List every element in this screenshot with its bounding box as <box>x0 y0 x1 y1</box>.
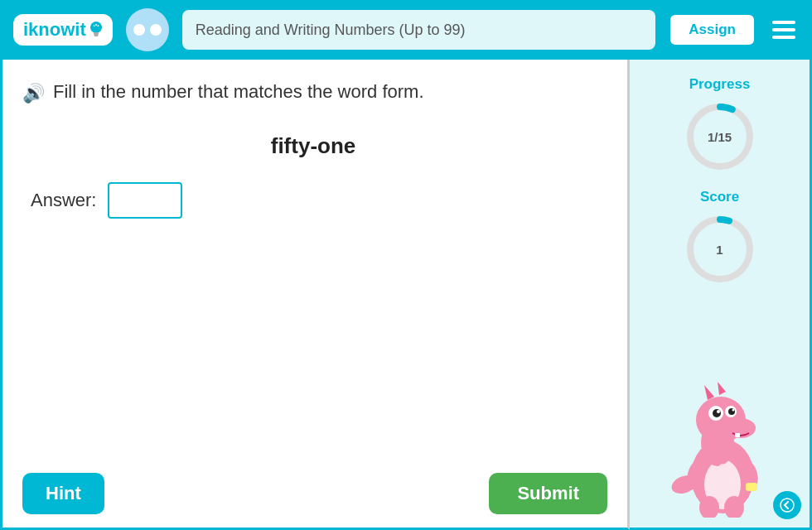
svg-point-15 <box>717 410 720 413</box>
svg-point-25 <box>718 464 727 472</box>
bottom-bar: Hint Submit <box>2 460 627 528</box>
lesson-title: Reading and Writing Numbers (Up to 99) <box>182 10 656 50</box>
sidebar: Progress 1/15 Score 1 <box>630 60 812 530</box>
assign-button[interactable]: Assign <box>669 13 756 46</box>
score-label: Score <box>700 189 739 205</box>
question-panel: 🔊 Fill in the number that matches the wo… <box>0 60 630 530</box>
answer-label: Answer: <box>31 190 96 211</box>
svg-point-27 <box>710 479 717 486</box>
dots-decoration <box>133 24 162 36</box>
menu-line-2 <box>772 28 795 31</box>
lesson-icon <box>126 8 169 51</box>
sound-icon[interactable]: 🔊 <box>22 81 45 107</box>
svg-point-14 <box>713 409 721 417</box>
word-form: fifty-one <box>22 133 604 159</box>
question-area: 🔊 Fill in the number that matches the wo… <box>2 60 627 460</box>
dot-1 <box>133 24 145 36</box>
menu-line-1 <box>772 21 795 24</box>
svg-rect-2 <box>94 35 98 36</box>
svg-rect-1 <box>94 32 99 35</box>
back-icon <box>780 498 795 513</box>
svg-point-26 <box>727 477 734 484</box>
progress-label: Progress <box>689 76 751 93</box>
svg-point-18 <box>732 409 734 412</box>
logo-text: iknowit <box>23 19 86 41</box>
back-button[interactable] <box>773 491 801 519</box>
score-circle: 1 <box>683 212 757 287</box>
hint-button[interactable]: Hint <box>22 473 104 514</box>
header: iknowit Reading and Writing Numbers (Up … <box>0 0 812 60</box>
svg-rect-28 <box>746 483 757 491</box>
dot-2 <box>150 24 162 36</box>
menu-button[interactable] <box>769 17 799 42</box>
score-value: 1 <box>716 243 723 257</box>
svg-marker-20 <box>718 382 726 395</box>
svg-point-0 <box>90 22 102 33</box>
main-content: 🔊 Fill in the number that matches the wo… <box>0 60 812 530</box>
instruction-text: Fill in the number that matches the word… <box>53 80 424 105</box>
question-text: 🔊 Fill in the number that matches the wo… <box>22 80 604 107</box>
bulb-icon <box>89 21 103 39</box>
submit-button[interactable]: Submit <box>489 473 607 514</box>
svg-marker-19 <box>704 385 714 400</box>
svg-line-4 <box>94 26 94 26</box>
logo: iknowit <box>13 14 113 46</box>
svg-point-29 <box>781 499 794 512</box>
svg-line-5 <box>98 26 99 26</box>
answer-row: Answer: <box>22 182 604 219</box>
progress-circle: 1/15 <box>683 99 757 174</box>
progress-value: 1/15 <box>708 130 732 144</box>
mascot-area <box>640 301 800 518</box>
answer-input[interactable] <box>108 182 182 219</box>
mascot-dinosaur <box>666 377 774 518</box>
menu-line-3 <box>772 36 795 39</box>
svg-rect-12 <box>735 433 740 437</box>
